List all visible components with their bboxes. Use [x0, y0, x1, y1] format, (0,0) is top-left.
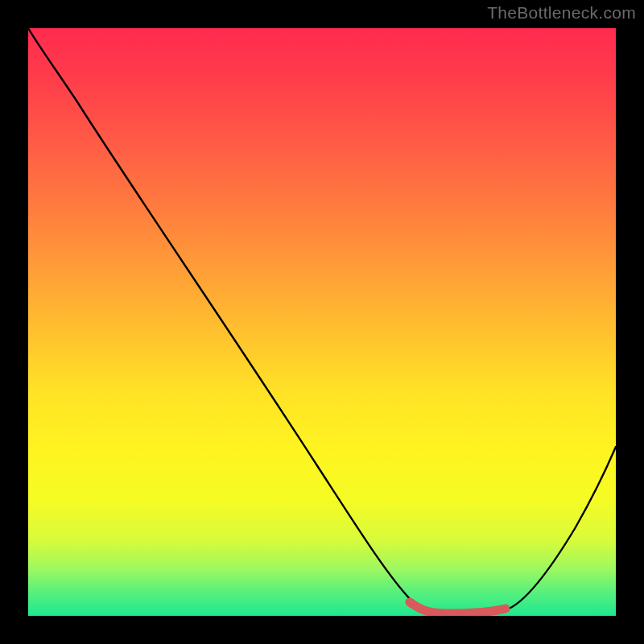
optimal-zone-highlight — [410, 602, 506, 613]
plot-area — [28, 28, 616, 616]
curve-svg — [28, 28, 616, 616]
chart-frame: TheBottleneck.com — [0, 0, 644, 644]
watermark-text: TheBottleneck.com — [487, 3, 636, 23]
bottleneck-curve-path — [28, 28, 616, 614]
